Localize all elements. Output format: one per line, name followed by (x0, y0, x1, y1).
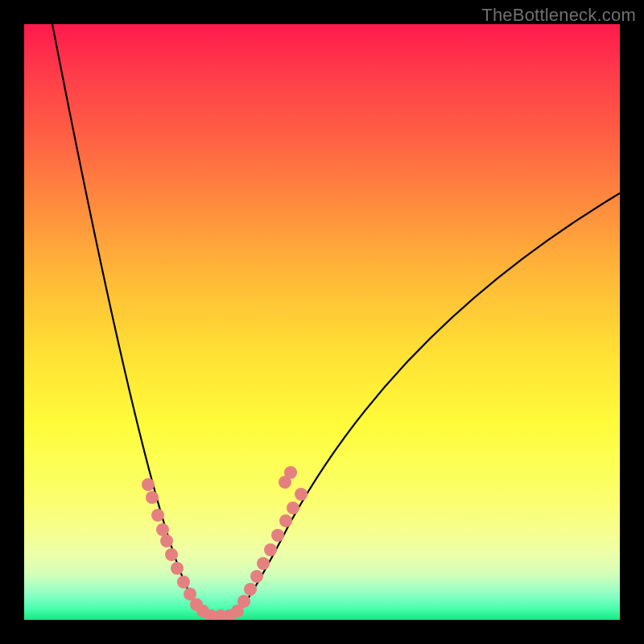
data-point (177, 576, 190, 588)
data-point (287, 502, 299, 514)
data-point (237, 595, 250, 608)
data-point (250, 570, 263, 583)
dot-layer (142, 466, 308, 620)
left-curve (52, 24, 206, 616)
data-point (257, 557, 270, 570)
data-point (156, 523, 169, 536)
right-curve (235, 193, 620, 616)
chart-plot-area (24, 24, 620, 620)
data-point (279, 476, 291, 489)
data-point (279, 514, 292, 527)
data-point (171, 562, 184, 575)
chart-svg (24, 24, 620, 620)
data-point (295, 488, 308, 501)
watermark-text: TheBottleneck.com (481, 5, 636, 26)
data-point (146, 491, 159, 504)
data-point (160, 535, 173, 547)
data-point (271, 529, 284, 542)
data-point (165, 548, 178, 561)
data-point (142, 478, 155, 491)
data-point (244, 583, 257, 596)
data-point (151, 509, 164, 522)
data-point (264, 543, 277, 556)
